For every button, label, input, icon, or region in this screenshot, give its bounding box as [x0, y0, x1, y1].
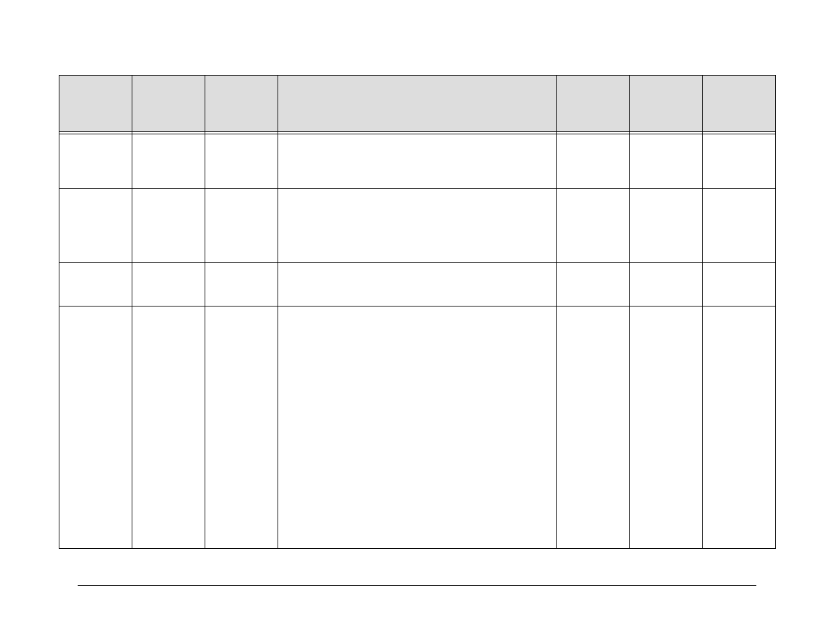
table-row	[59, 263, 776, 306]
footer-divider	[78, 585, 756, 586]
table-cell	[630, 306, 703, 549]
table-cell	[205, 263, 278, 306]
table-cell	[703, 306, 776, 549]
table-cell	[132, 263, 205, 306]
table-cell	[630, 263, 703, 306]
table-cell	[132, 134, 205, 189]
table-row	[59, 189, 776, 263]
table-cell	[703, 189, 776, 263]
table-cell	[278, 189, 557, 263]
table-cell	[59, 189, 132, 263]
table-header-cell	[703, 76, 776, 132]
table-cell	[205, 189, 278, 263]
table-cell	[278, 134, 557, 189]
table-header-row	[59, 76, 776, 132]
table-header-cell	[132, 76, 205, 132]
table-row	[59, 306, 776, 549]
table-cell	[132, 306, 205, 549]
table-cell	[278, 263, 557, 306]
table-cell	[205, 134, 278, 189]
table-cell	[278, 306, 557, 549]
table-header-cell	[205, 76, 278, 132]
table-header-cell	[630, 76, 703, 132]
table-header-cell	[278, 76, 557, 132]
table-cell	[205, 306, 278, 549]
table-cell	[557, 134, 630, 189]
table-header-cell	[59, 76, 132, 132]
table-cell	[59, 306, 132, 549]
table-cell	[59, 134, 132, 189]
table-row	[59, 134, 776, 189]
table-cell	[630, 134, 703, 189]
table-cell	[630, 189, 703, 263]
table-cell	[557, 306, 630, 549]
document-page	[0, 0, 834, 644]
data-table	[59, 75, 776, 549]
table-cell	[59, 263, 132, 306]
table-cell	[703, 263, 776, 306]
table-header-cell	[557, 76, 630, 132]
table-cell	[132, 189, 205, 263]
table-cell	[557, 263, 630, 306]
table-cell	[557, 189, 630, 263]
table-cell	[703, 134, 776, 189]
